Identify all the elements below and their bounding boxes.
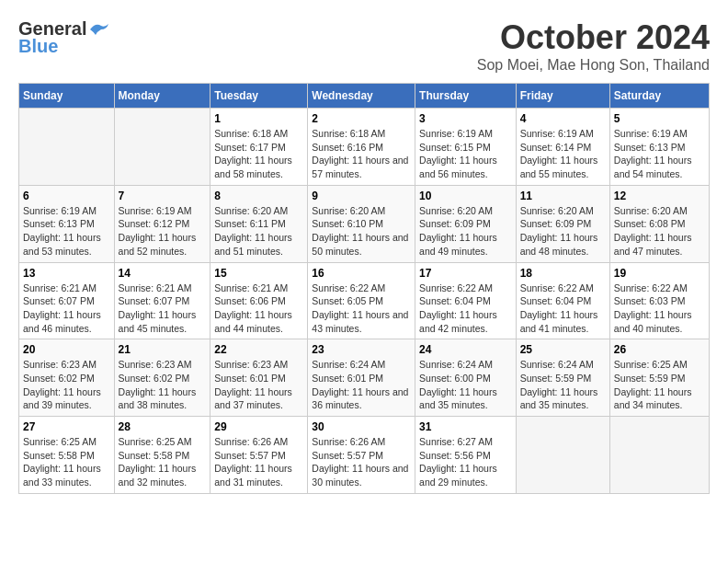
calendar-cell: 28Sunrise: 6:25 AM Sunset: 5:58 PM Dayli… [114, 417, 210, 494]
calendar-cell: 16Sunrise: 6:22 AM Sunset: 6:05 PM Dayli… [308, 262, 415, 339]
calendar-cell: 6Sunrise: 6:19 AM Sunset: 6:13 PM Daylig… [19, 185, 115, 262]
calendar-cell [19, 109, 115, 186]
day-number: 22 [214, 343, 303, 356]
day-number: 8 [214, 190, 303, 202]
weekday-thursday: Thursday [415, 84, 517, 109]
month-title: October 2024 [477, 18, 710, 57]
title-section: October 2024 Sop Moei, Mae Hong Son, Tha… [477, 18, 710, 74]
weekday-friday: Friday [516, 84, 609, 109]
weekday-tuesday: Tuesday [210, 84, 308, 109]
day-info: Sunrise: 6:25 AM Sunset: 5:58 PM Dayligh… [119, 435, 207, 489]
day-number: 30 [312, 420, 411, 433]
day-info: Sunrise: 6:19 AM Sunset: 6:14 PM Dayligh… [520, 127, 606, 181]
day-info: Sunrise: 6:19 AM Sunset: 6:13 PM Dayligh… [614, 127, 705, 181]
day-info: Sunrise: 6:20 AM Sunset: 6:10 PM Dayligh… [312, 204, 411, 259]
calendar-cell: 22Sunrise: 6:23 AM Sunset: 6:01 PM Dayli… [210, 339, 308, 417]
day-info: Sunrise: 6:24 AM Sunset: 6:01 PM Dayligh… [312, 358, 411, 412]
day-number: 25 [520, 343, 606, 356]
calendar-cell: 7Sunrise: 6:19 AM Sunset: 6:12 PM Daylig… [114, 185, 210, 262]
day-info: Sunrise: 6:20 AM Sunset: 6:08 PM Dayligh… [614, 204, 705, 259]
calendar-cell: 9Sunrise: 6:20 AM Sunset: 6:10 PM Daylig… [308, 185, 415, 262]
logo: General Blue [18, 18, 108, 57]
logo-blue-text: Blue [18, 36, 58, 57]
calendar-cell: 2Sunrise: 6:18 AM Sunset: 6:16 PM Daylig… [308, 109, 415, 186]
day-info: Sunrise: 6:23 AM Sunset: 6:02 PM Dayligh… [119, 358, 207, 412]
calendar-cell: 31Sunrise: 6:27 AM Sunset: 5:56 PM Dayli… [415, 417, 517, 494]
calendar-cell: 10Sunrise: 6:20 AM Sunset: 6:09 PM Dayli… [415, 185, 517, 262]
calendar-cell: 21Sunrise: 6:23 AM Sunset: 6:02 PM Dayli… [114, 339, 210, 417]
calendar-week-3: 13Sunrise: 6:21 AM Sunset: 6:07 PM Dayli… [19, 262, 710, 339]
day-info: Sunrise: 6:20 AM Sunset: 6:09 PM Dayligh… [520, 204, 606, 259]
day-info: Sunrise: 6:21 AM Sunset: 6:06 PM Dayligh… [214, 282, 303, 336]
day-number: 27 [23, 420, 110, 433]
calendar-cell: 18Sunrise: 6:22 AM Sunset: 6:04 PM Dayli… [516, 262, 609, 339]
calendar-cell [609, 417, 709, 494]
day-number: 21 [119, 343, 207, 356]
weekday-wednesday: Wednesday [308, 84, 415, 109]
day-number: 1 [214, 112, 303, 125]
day-info: Sunrise: 6:26 AM Sunset: 5:57 PM Dayligh… [312, 435, 411, 489]
day-info: Sunrise: 6:25 AM Sunset: 5:58 PM Dayligh… [23, 435, 110, 489]
day-number: 14 [119, 267, 207, 280]
calendar-week-5: 27Sunrise: 6:25 AM Sunset: 5:58 PM Dayli… [19, 417, 710, 494]
location-title: Sop Moei, Mae Hong Son, Thailand [477, 57, 710, 74]
day-number: 17 [419, 267, 512, 280]
calendar-cell: 29Sunrise: 6:26 AM Sunset: 5:57 PM Dayli… [210, 417, 308, 494]
day-info: Sunrise: 6:23 AM Sunset: 6:01 PM Dayligh… [214, 358, 303, 412]
logo-bird-icon [88, 22, 108, 37]
calendar-cell: 8Sunrise: 6:20 AM Sunset: 6:11 PM Daylig… [210, 185, 308, 262]
day-info: Sunrise: 6:27 AM Sunset: 5:56 PM Dayligh… [419, 435, 512, 489]
day-number: 10 [419, 190, 512, 202]
calendar-cell: 3Sunrise: 6:19 AM Sunset: 6:15 PM Daylig… [415, 109, 517, 186]
calendar-cell: 26Sunrise: 6:25 AM Sunset: 5:59 PM Dayli… [609, 339, 709, 417]
day-info: Sunrise: 6:24 AM Sunset: 5:59 PM Dayligh… [520, 358, 606, 412]
day-number: 18 [520, 267, 606, 280]
page-header: General Blue October 2024 Sop Moei, Mae … [18, 18, 710, 74]
calendar-cell: 27Sunrise: 6:25 AM Sunset: 5:58 PM Dayli… [19, 417, 115, 494]
day-info: Sunrise: 6:22 AM Sunset: 6:04 PM Dayligh… [419, 282, 512, 336]
day-number: 15 [214, 267, 303, 280]
day-number: 3 [419, 112, 512, 125]
day-info: Sunrise: 6:24 AM Sunset: 6:00 PM Dayligh… [419, 358, 512, 412]
day-info: Sunrise: 6:22 AM Sunset: 6:04 PM Dayligh… [520, 282, 606, 336]
day-info: Sunrise: 6:20 AM Sunset: 6:11 PM Dayligh… [214, 204, 303, 259]
calendar-cell: 14Sunrise: 6:21 AM Sunset: 6:07 PM Dayli… [114, 262, 210, 339]
day-info: Sunrise: 6:22 AM Sunset: 6:03 PM Dayligh… [614, 282, 705, 336]
calendar-cell: 1Sunrise: 6:18 AM Sunset: 6:17 PM Daylig… [210, 109, 308, 186]
day-number: 26 [614, 343, 705, 356]
day-number: 13 [23, 267, 110, 280]
day-number: 29 [214, 420, 303, 433]
calendar-body: 1Sunrise: 6:18 AM Sunset: 6:17 PM Daylig… [19, 109, 710, 494]
calendar-cell: 4Sunrise: 6:19 AM Sunset: 6:14 PM Daylig… [516, 109, 609, 186]
day-number: 31 [419, 420, 512, 433]
day-info: Sunrise: 6:22 AM Sunset: 6:05 PM Dayligh… [312, 282, 411, 336]
day-info: Sunrise: 6:21 AM Sunset: 6:07 PM Dayligh… [23, 282, 110, 336]
day-number: 28 [119, 420, 207, 433]
calendar-cell: 15Sunrise: 6:21 AM Sunset: 6:06 PM Dayli… [210, 262, 308, 339]
calendar-cell: 13Sunrise: 6:21 AM Sunset: 6:07 PM Dayli… [19, 262, 115, 339]
calendar-cell: 11Sunrise: 6:20 AM Sunset: 6:09 PM Dayli… [516, 185, 609, 262]
day-info: Sunrise: 6:25 AM Sunset: 5:59 PM Dayligh… [614, 358, 705, 412]
day-info: Sunrise: 6:20 AM Sunset: 6:09 PM Dayligh… [419, 204, 512, 259]
calendar-cell: 19Sunrise: 6:22 AM Sunset: 6:03 PM Dayli… [609, 262, 709, 339]
day-number: 24 [419, 343, 512, 356]
day-number: 16 [312, 267, 411, 280]
calendar-cell [516, 417, 609, 494]
day-number: 6 [23, 190, 110, 202]
day-number: 19 [614, 267, 705, 280]
day-info: Sunrise: 6:19 AM Sunset: 6:15 PM Dayligh… [419, 127, 512, 181]
day-info: Sunrise: 6:23 AM Sunset: 6:02 PM Dayligh… [23, 358, 110, 412]
calendar-cell: 5Sunrise: 6:19 AM Sunset: 6:13 PM Daylig… [609, 109, 709, 186]
calendar-table: SundayMondayTuesdayWednesdayThursdayFrid… [18, 83, 710, 494]
day-number: 9 [312, 190, 411, 202]
calendar-cell: 24Sunrise: 6:24 AM Sunset: 6:00 PM Dayli… [415, 339, 517, 417]
day-number: 7 [119, 190, 207, 202]
day-number: 5 [614, 112, 705, 125]
calendar-cell: 12Sunrise: 6:20 AM Sunset: 6:08 PM Dayli… [609, 185, 709, 262]
calendar-cell: 17Sunrise: 6:22 AM Sunset: 6:04 PM Dayli… [415, 262, 517, 339]
day-info: Sunrise: 6:19 AM Sunset: 6:12 PM Dayligh… [119, 204, 207, 259]
day-number: 23 [312, 343, 411, 356]
day-info: Sunrise: 6:21 AM Sunset: 6:07 PM Dayligh… [119, 282, 207, 336]
day-info: Sunrise: 6:18 AM Sunset: 6:16 PM Dayligh… [312, 127, 411, 181]
calendar-cell: 20Sunrise: 6:23 AM Sunset: 6:02 PM Dayli… [19, 339, 115, 417]
